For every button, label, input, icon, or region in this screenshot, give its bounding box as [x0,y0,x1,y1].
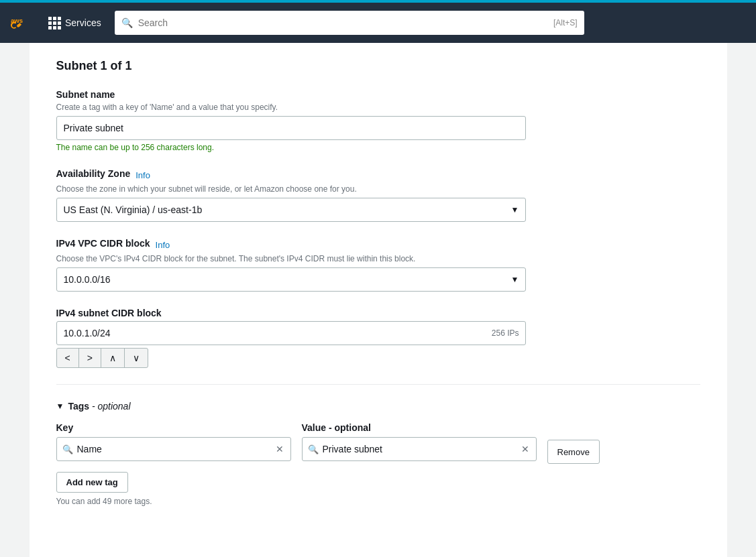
tags-group: ▼ Tags - optional Key 🔍 ✕ Value - option… [56,401,700,506]
subnet-name-group: Subnet name Create a tag with a key of '… [56,89,700,152]
az-select[interactable]: US East (N. Virginia) / us-east-1b No pr… [56,198,526,222]
tag-value-search-icon: 🔍 [308,444,319,454]
az-label-row: Availability Zone Info [56,168,700,182]
search-bar: 🔍 [Alt+S] [115,11,584,35]
az-info-link[interactable]: Info [136,170,150,180]
ipv4-subnet-cidr-input[interactable] [56,321,526,345]
services-label: Services [65,17,101,28]
tag-value-input-wrapper: 🔍 ✕ [302,437,537,461]
ipv4-vpc-cidr-label: IPv4 VPC CIDR block [56,238,150,249]
ipv4-subnet-cidr-group: IPv4 subnet CIDR block 256 IPs < > ∧ ∨ [56,308,700,368]
ipv4-vpc-cidr-select-wrapper: 10.0.0.0/16 ▼ [56,267,526,292]
tag-value-clear-button[interactable]: ✕ [520,444,531,454]
tags-value-col-label: Value - optional [302,422,537,433]
ipv4-vpc-cidr-info-link[interactable]: Info [156,240,170,250]
az-hint: Choose the zone in which your subnet wil… [56,184,700,194]
tag-key-input[interactable] [77,444,270,454]
stepper-up-button[interactable]: ∧ [101,349,125,367]
ipv4-vpc-cidr-label-row: IPv4 VPC CIDR block Info [56,238,700,251]
tags-key-col-label: Key [56,422,291,433]
subnet-name-char-limit: The name can be up to 256 characters lon… [56,143,700,152]
add-new-tag-button[interactable]: Add new tag [56,472,128,493]
stepper-next-button[interactable]: > [79,349,101,367]
cidr-input-wrapper: 256 IPs [56,321,526,345]
ipv4-vpc-cidr-hint: Choose the VPC's IPv4 CIDR block for the… [56,254,700,263]
search-input[interactable] [138,17,548,28]
availability-zone-group: Availability Zone Info Choose the zone i… [56,168,700,222]
section-title: Subnet 1 of 1 [56,59,700,73]
cidr-stepper: < > ∧ ∨ [56,348,148,368]
subnet-name-hint: Create a tag with a key of 'Name' and a … [56,103,700,112]
ipv4-vpc-cidr-group: IPv4 VPC CIDR block Info Choose the VPC'… [56,238,700,292]
aws-logo[interactable]: aws [11,15,35,31]
tags-toggle-icon: ▼ [56,401,64,411]
tags-optional-label: - optional [92,401,131,412]
tag-value-input[interactable] [323,444,516,454]
subnet-name-label: Subnet name [56,89,700,100]
search-shortcut: [Alt+S] [553,18,578,27]
tag-key-search-icon: 🔍 [62,444,73,454]
svg-text:aws: aws [11,17,23,24]
az-select-wrapper: US East (N. Virginia) / us-east-1b No pr… [56,198,526,222]
search-icon: 🔍 [121,17,133,28]
services-button[interactable]: Services [43,13,107,34]
remove-tag-button[interactable]: Remove [547,440,600,464]
stepper-down-button[interactable]: ∨ [125,349,148,367]
stepper-prev-button[interactable]: < [57,349,79,367]
tags-key-column: Key 🔍 ✕ [56,422,291,461]
ipv4-vpc-cidr-select[interactable]: 10.0.0.0/16 [56,267,526,292]
tag-key-clear-button[interactable]: ✕ [274,444,285,454]
tags-label: Tags - optional [68,401,130,412]
divider [56,384,700,385]
ipv4-subnet-cidr-label: IPv4 subnet CIDR block [56,308,700,318]
grid-icon [48,17,61,29]
subnet-name-input[interactable] [56,116,526,140]
az-label: Availability Zone [56,168,131,179]
tag-key-input-wrapper: 🔍 ✕ [56,437,291,461]
ips-count-label: 256 IPs [492,328,519,338]
tags-remaining-label: You can add 49 more tags. [56,497,700,506]
main-content: Subnet 1 of 1 Subnet name Create a tag w… [30,43,727,557]
tags-value-column: Value - optional 🔍 ✕ [302,422,537,461]
top-nav: aws Services 🔍 [Alt+S] [0,0,756,43]
tags-header[interactable]: ▼ Tags - optional [56,401,700,412]
tags-columns-header: Key 🔍 ✕ Value - optional 🔍 ✕ Remove [56,422,700,464]
